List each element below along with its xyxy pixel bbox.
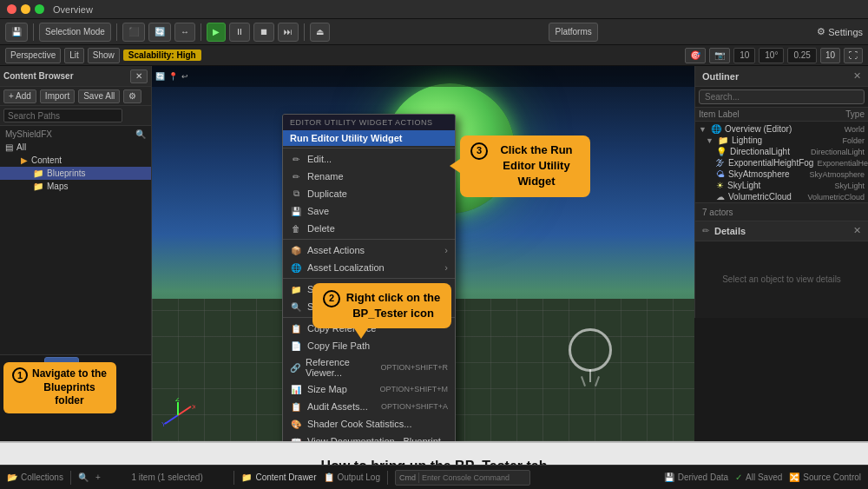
vp-expand[interactable]: ⛶: [844, 48, 863, 63]
context-menu-audit[interactable]: 📋 Audit Assets... OPTION+SHIFT+A: [283, 398, 455, 415]
details-title: Details: [714, 226, 746, 236]
step2-text: Right click on the BP_Tester icon: [345, 290, 441, 321]
folder-icon-bp: 📁: [33, 169, 43, 178]
transform-button[interactable]: ⬛: [122, 23, 145, 42]
context-menu-shader[interactable]: 🎨 Shader Cook Statistics...: [283, 415, 455, 433]
tree-item-fog[interactable]: 🌫 ExponentialHeightFog ExponentialHeight…: [695, 157, 868, 169]
eject-button[interactable]: ⏏: [310, 23, 330, 42]
rotate-button[interactable]: 🔄: [148, 23, 171, 42]
add-icon-bar[interactable]: +: [95, 472, 101, 482]
maximize-button[interactable]: [35, 4, 44, 14]
platforms-button[interactable]: Platforms: [549, 23, 597, 42]
context-menu-delete[interactable]: 🗑 Delete: [283, 220, 455, 237]
delete-icon: 🗑: [290, 222, 302, 235]
all-saved-status[interactable]: ✓ All Saved: [735, 472, 782, 482]
path-search-input[interactable]: [3, 109, 122, 122]
tree-item-lighting[interactable]: ▼ 📁 Lighting Folder: [695, 135, 868, 146]
tree-item-overview[interactable]: ▼ 🌐 Overview (Editor) World: [695, 123, 868, 135]
save-all-button[interactable]: Save All: [78, 89, 120, 103]
svg-text:Z: Z: [175, 398, 180, 403]
collections-button[interactable]: 📂 Collections: [7, 472, 63, 482]
context-menu[interactable]: EDITOR UTILITY WIDGET ACTIONS Run Editor…: [282, 114, 456, 441]
col-item-label: Item Label: [699, 109, 795, 119]
outliner-header: Outliner ✕: [695, 66, 868, 87]
vp-settings[interactable]: 10: [820, 48, 840, 63]
callout-arrow-left: [450, 159, 460, 173]
path-search-bar: [0, 106, 151, 126]
sidebar-item-blueprints[interactable]: 📁 Blueprints: [0, 167, 151, 180]
divider: [33, 23, 34, 41]
show-button[interactable]: Show: [88, 48, 120, 63]
divider2: [116, 23, 117, 41]
context-menu-ref-viewer[interactable]: 🔗 Reference Viewer... OPTION+SHIFT+R: [283, 354, 455, 380]
settings-button[interactable]: ⚙ Settings: [817, 26, 863, 37]
search-icon-bar[interactable]: 🔍: [78, 472, 89, 482]
scale-button[interactable]: ↔: [174, 23, 195, 42]
size-map-icon: 📊: [290, 383, 302, 395]
save-button[interactable]: 💾: [5, 23, 28, 42]
lit-button[interactable]: Lit: [64, 48, 84, 63]
check-icon: ✓: [735, 472, 742, 482]
console-command-input[interactable]: [422, 473, 526, 482]
context-menu-asset-actions[interactable]: 📦 Asset Actions ›: [283, 241, 455, 259]
status-divider-2: [233, 471, 234, 485]
search-icon[interactable]: 🔍: [135, 129, 146, 139]
settings-btn[interactable]: ⚙: [123, 89, 141, 103]
context-menu-run-widget[interactable]: Run Editor Utility Widget: [283, 130, 455, 146]
content-drawer-button[interactable]: 📁 Content Drawer: [241, 472, 316, 482]
actors-count-bar: 7 actors: [695, 202, 868, 221]
tree-item-skylight[interactable]: ☀ SkyLight SkyLight: [695, 180, 868, 191]
viewport[interactable]: X Y Z EDITOR UTILITY WIDGET ACTIONS Run …: [152, 66, 694, 441]
drawer-icon: 📁: [241, 472, 252, 482]
traffic-lights: [7, 4, 44, 14]
close-button[interactable]: [7, 4, 16, 14]
context-menu-copy-path[interactable]: 📄 Copy File Path: [283, 337, 455, 354]
output-log-button[interactable]: 📋 Output Log: [324, 472, 380, 482]
close-panel-button[interactable]: ✕: [130, 69, 148, 83]
outliner-panel: Outliner ✕ Item Label Type ▼ 🌐 Overview …: [694, 66, 868, 441]
tree-item-directional[interactable]: 💡 DirectionalLight DirectionalLight: [695, 146, 868, 157]
add-button[interactable]: + Add: [3, 89, 36, 103]
cmd-bar: Cmd: [395, 470, 530, 486]
details-close-button[interactable]: ✕: [853, 225, 861, 236]
play-button[interactable]: ▶: [207, 23, 226, 42]
context-menu-size-map[interactable]: 📊 Size Map OPTION+SHIFT+M: [283, 380, 455, 398]
content-browser-header: Content Browser ✕: [0, 66, 151, 87]
folder-lighting-icon: 📁: [718, 135, 728, 145]
folder-view-icon: 📁: [290, 283, 302, 295]
coord-x: 10: [733, 48, 755, 63]
selection-mode-button[interactable]: Selection Mode: [39, 23, 111, 42]
outliner-title: Outliner: [702, 71, 853, 82]
pause-button[interactable]: ⏸: [229, 23, 250, 42]
sky-icon: 🌤: [716, 169, 725, 179]
sidebar-item-maps[interactable]: 📁 Maps: [0, 180, 151, 193]
perspective-button[interactable]: Perspective: [5, 48, 61, 63]
data-icon: 💾: [664, 472, 674, 482]
context-menu-duplicate[interactable]: ⧉ Duplicate: [283, 185, 455, 202]
stop-button[interactable]: ⏹: [253, 23, 274, 42]
log-icon: 📋: [324, 472, 334, 482]
context-menu-save[interactable]: 💾 Save: [283, 202, 455, 220]
tree-item-cloud[interactable]: ☁ VolumetricCloud VolumetricCloud: [695, 191, 868, 202]
sidebar-item-content[interactable]: ▶ Content: [0, 154, 151, 167]
context-menu-edit[interactable]: ✏ Edit...: [283, 150, 455, 168]
minimize-button[interactable]: [21, 4, 30, 14]
scalability-badge[interactable]: Scalability: High: [123, 50, 201, 61]
outliner-search-input[interactable]: [699, 89, 865, 104]
context-menu-asset-localization[interactable]: 🌐 Asset Localization ›: [283, 259, 455, 276]
vp-icons[interactable]: 🎯: [685, 48, 706, 63]
skip-button[interactable]: ⏭: [278, 23, 299, 42]
derived-data-button[interactable]: 💾 Derived Data: [664, 472, 728, 482]
divider3: [201, 23, 201, 41]
context-menu-docs[interactable]: 📖 View Documentation - Blueprint: [283, 433, 455, 441]
vp-camera[interactable]: 📷: [709, 48, 730, 63]
rename-icon: ✏: [290, 170, 302, 182]
context-menu-rename[interactable]: ✏ Rename: [283, 168, 455, 185]
outliner-close-button[interactable]: ✕: [853, 70, 861, 82]
tree-item-sky[interactable]: 🌤 SkyAtmosphere SkyAtmosphere: [695, 169, 868, 180]
source-control-button[interactable]: 🔀 Source Control: [789, 472, 861, 482]
all-icon: ▤: [5, 142, 13, 152]
axis-widget: X Y Z: [161, 398, 195, 433]
import-button[interactable]: Import: [40, 89, 75, 103]
sidebar-item-all[interactable]: ▤ All: [0, 141, 151, 154]
